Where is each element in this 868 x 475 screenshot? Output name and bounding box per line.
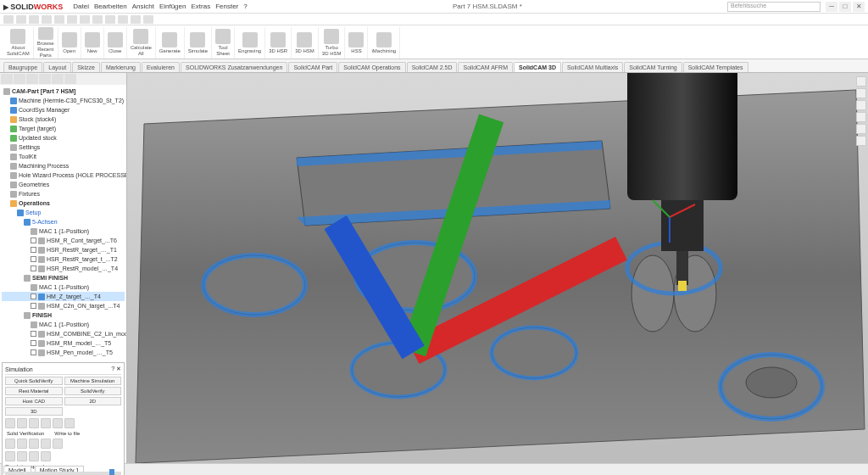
tree-item[interactable]: Stock (stock4) — [2, 115, 125, 124]
tree-item[interactable]: Updated stock — [2, 133, 125, 142]
sim-tool-icon[interactable] — [5, 418, 15, 428]
sim-mode-button[interactable]: Rest Material — [5, 387, 63, 395]
sim-tool-icon[interactable] — [41, 418, 51, 428]
tree-item[interactable]: Machine (Hermle-C30_FNCS30_St_T2) — [2, 96, 125, 105]
tree-item[interactable]: ToolKit — [2, 152, 125, 161]
tree-item[interactable]: CoordSys Manager — [2, 105, 125, 115]
tree-op[interactable]: HSM_C2n_ON_target_...T4 — [2, 301, 125, 310]
qa-icon[interactable] — [67, 15, 77, 24]
ribbon-tab[interactable]: Layout — [43, 62, 71, 72]
menu-tools[interactable]: Extras — [191, 3, 210, 10]
sim-mode-button[interactable]: 2D — [64, 397, 122, 405]
sim-tool-icon[interactable] — [53, 418, 63, 428]
tree-item[interactable]: Hole Wizard Process (HOLE PROCESSES - SO… — [2, 170, 125, 180]
tree-semi[interactable]: SEMI FINISH — [2, 273, 125, 282]
menu-view[interactable]: Ansicht — [132, 3, 154, 10]
ribbon-item[interactable]: CalculateAll — [127, 27, 156, 59]
menu-window[interactable]: Fenster — [215, 3, 238, 10]
tree-finish[interactable]: FINISH — [2, 310, 125, 320]
tree-op[interactable]: HSM_RM_model_…_T5 — [2, 338, 125, 348]
ribbon-item[interactable]: BrowseRecentParts — [34, 27, 58, 59]
qa-icon[interactable] — [29, 15, 39, 24]
tree-root[interactable]: CAM-Part [Part 7 HSM] — [2, 87, 125, 96]
tree-item[interactable]: Fixtures — [2, 189, 125, 198]
sidebar-tab-icon[interactable] — [1, 74, 13, 84]
qa-icon[interactable] — [42, 15, 52, 24]
ribbon-tab[interactable]: SOLIDWORKS Zusatzanwendungen — [181, 62, 287, 72]
sim-tool-icon[interactable] — [29, 451, 39, 461]
ribbon-item[interactable]: Engraving — [235, 27, 265, 59]
tree-item[interactable]: Geometries — [2, 180, 125, 189]
tree-op[interactable]: HSM_COMBINE_C2_Lin_model_...T9 — [2, 329, 125, 338]
ribbon-tab[interactable]: SolidCAM Operations — [338, 62, 405, 72]
sim-tool-icon[interactable] — [29, 439, 39, 449]
sim-tool-icon[interactable] — [29, 418, 39, 428]
sim-mode-button[interactable]: SolidVerify — [64, 387, 122, 395]
close-button[interactable]: ✕ — [853, 2, 865, 12]
3d-viewport[interactable] — [127, 73, 868, 463]
sim-help-icon[interactable]: ? ✕ — [111, 366, 121, 372]
maximize-button[interactable]: □ — [839, 2, 851, 12]
tree-group-5axis[interactable]: 5-Achsen — [2, 217, 125, 226]
ribbon-item[interactable]: AboutSolidCAM — [3, 27, 34, 59]
qa-icon[interactable] — [3, 15, 14, 24]
ribbon-item[interactable]: 3D HSM — [292, 27, 319, 59]
ribbon-item[interactable]: HSS — [345, 27, 368, 59]
tree-op[interactable]: HSM_R_Cont_target_...T6 — [2, 236, 125, 245]
ribbon-item[interactable]: ToolSheet — [212, 27, 235, 59]
qa-icon[interactable] — [54, 15, 64, 24]
sidebar-tab-icon[interactable] — [52, 74, 64, 84]
ribbon-tab[interactable]: Evaluieren — [142, 62, 180, 72]
ribbon-item[interactable]: 3D HSR — [265, 27, 292, 59]
sim-tool-icon[interactable] — [17, 451, 27, 461]
tree-op[interactable]: HSR_RestR_target_…_T1 — [2, 245, 125, 254]
ribbon-tab[interactable]: SolidCAM Templates — [683, 62, 748, 72]
qa-icon[interactable] — [16, 15, 26, 24]
ribbon-item[interactable]: Turbo3D HSM — [319, 27, 346, 59]
tree-mac-finish[interactable]: MAC 1 (1-Position) — [2, 320, 125, 329]
ribbon-tab[interactable]: Skizze — [72, 62, 100, 72]
qa-icon[interactable] — [80, 15, 90, 24]
qa-icon[interactable] — [105, 15, 115, 24]
ribbon-item[interactable]: Generate — [156, 27, 185, 59]
menu-edit[interactable]: Bearbeiten — [94, 3, 127, 10]
tree-op[interactable]: HSR_RestR_target_t_...T2 — [2, 254, 125, 264]
sim-tool-icon[interactable] — [64, 418, 75, 428]
minimize-button[interactable]: ─ — [826, 2, 837, 12]
ribbon-tab[interactable]: Baugruppe — [3, 62, 42, 72]
command-search-input[interactable]: Befehlssuche — [727, 2, 821, 12]
qa-icon[interactable] — [118, 15, 128, 24]
sim-tool-icon[interactable] — [53, 439, 63, 449]
sim-tool-icon[interactable] — [17, 439, 27, 449]
qa-icon[interactable] — [131, 15, 141, 24]
ribbon-item[interactable]: Open — [58, 27, 81, 59]
sim-speed-slider[interactable] — [5, 472, 121, 475]
ribbon-item[interactable]: Close — [104, 27, 127, 59]
tree-op[interactable]: HSR_RestR_model_…_T4 — [2, 264, 125, 273]
ribbon-tab[interactable]: SolidCAM 2.5D — [407, 62, 458, 72]
sim-tool-icon[interactable] — [5, 439, 15, 449]
tree-item[interactable]: Machining Process — [2, 161, 125, 170]
tree-mac-semi[interactable]: MAC 1 (1-Position) — [2, 282, 125, 292]
tree-item[interactable]: Target (target) — [2, 124, 125, 133]
sidebar-tab-icon[interactable] — [26, 74, 38, 84]
ribbon-tab[interactable]: SolidCAM Part — [288, 62, 337, 72]
sim-mode-button[interactable]: Quick SolidVerify — [5, 377, 63, 385]
sim-mode-button[interactable]: Host CAD — [5, 397, 63, 405]
ribbon-tab[interactable]: SolidCAM Turning — [624, 62, 682, 72]
sim-tool-icon[interactable] — [41, 451, 51, 461]
menu-file[interactable]: Datei — [73, 3, 89, 10]
ribbon-tab[interactable]: Markierung — [101, 62, 141, 72]
sidebar-tab-icon[interactable] — [39, 74, 51, 84]
sim-tool-icon[interactable] — [41, 439, 51, 449]
tree-operations[interactable]: Operations — [2, 198, 125, 208]
sidebar-tab-icon[interactable] — [64, 74, 76, 84]
sim-tool-icon[interactable] — [17, 418, 27, 428]
ribbon-item[interactable]: New — [81, 27, 104, 59]
menu-insert[interactable]: Einfügen — [159, 3, 186, 10]
qa-icon[interactable] — [143, 15, 153, 24]
qa-icon[interactable] — [92, 15, 103, 24]
ribbon-item[interactable]: Simulate — [185, 27, 212, 59]
tree-mac-rough[interactable]: MAC 1 (1-Position) — [2, 226, 125, 236]
ribbon-tab[interactable]: SolidCAM 3D — [514, 62, 561, 72]
